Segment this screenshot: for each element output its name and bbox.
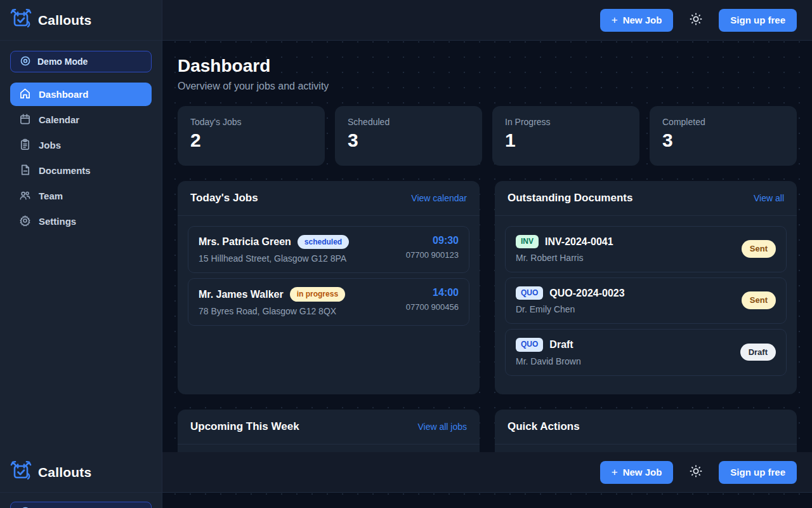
document-status-badge: Sent xyxy=(742,240,776,258)
clipboard-icon xyxy=(19,138,31,152)
outstanding-documents-card: Outstanding Documents View all INV INV-2… xyxy=(495,181,797,394)
view-calendar-link[interactable]: View calendar xyxy=(411,193,467,203)
sidebar-item-settings[interactable]: Settings xyxy=(10,210,152,233)
job-time: 14:00 xyxy=(406,287,459,298)
job-address: 78 Byres Road, Glasgow G12 8QX xyxy=(199,306,345,316)
job-status-badge: scheduled xyxy=(298,235,349,249)
sidebar-item-calendar[interactable]: Calendar xyxy=(10,108,152,131)
page-title: Dashboard xyxy=(178,56,797,76)
job-row[interactable]: Mrs. Patricia Green scheduled 15 Hillhea… xyxy=(188,226,469,273)
sidebar-item-team[interactable]: Team xyxy=(10,184,152,208)
quick-actions-title: Quick Actions xyxy=(508,420,580,433)
theme-toggle-button[interactable] xyxy=(687,10,705,30)
brand-logo-icon xyxy=(10,9,32,32)
eye-icon xyxy=(20,55,31,69)
header-actions: + New Job Sign up xyxy=(162,452,812,492)
document-client: Mr. David Brown xyxy=(516,356,581,366)
upcoming-week-card: Upcoming This Week View all jobs xyxy=(178,410,480,452)
stat-value: 1 xyxy=(505,130,627,151)
sidebar: Demo Mode Dashboard xyxy=(0,41,162,452)
stat-value: 3 xyxy=(348,130,469,151)
job-address: 15 Hillhead Street, Glasgow G12 8PA xyxy=(199,253,349,264)
secondary-main-background xyxy=(162,493,812,508)
stat-value: 2 xyxy=(190,130,312,151)
document-row[interactable]: QUO QUO-2024-0023 Dr. Emily Chen Sent xyxy=(505,277,787,324)
sidebar-item-dashboard[interactable]: Dashboard xyxy=(10,83,152,106)
stats-row: Today's Jobs 2 Scheduled 3 In Progress 1… xyxy=(178,106,797,166)
upcoming-title: Upcoming This Week xyxy=(190,420,299,433)
job-phone: 07700 900123 xyxy=(406,250,459,260)
signup-button[interactable]: Sign up free xyxy=(719,461,797,484)
calendar-icon xyxy=(19,113,31,127)
job-row[interactable]: Mr. James Walker in progress 78 Byres Ro… xyxy=(188,278,469,325)
sun-icon xyxy=(690,465,702,479)
job-status-badge: in progress xyxy=(290,287,345,301)
dashboard-cards-row: Today's Jobs View calendar Mrs. Patricia… xyxy=(178,181,797,394)
job-client-name: Mrs. Patricia Green xyxy=(199,236,291,248)
stat-card-scheduled: Scheduled 3 xyxy=(335,106,482,166)
document-ref: INV-2024-0041 xyxy=(545,236,613,248)
team-icon xyxy=(19,189,31,203)
document-status-badge: Draft xyxy=(740,344,776,361)
brand-logo-icon xyxy=(10,461,32,484)
eye-icon xyxy=(20,506,31,508)
brand-logo-area: Callouts xyxy=(0,0,162,40)
todays-jobs-card: Today's Jobs View calendar Mrs. Patricia… xyxy=(178,181,480,394)
document-row[interactable]: INV INV-2024-0041 Mr. Robert Harris Sent xyxy=(505,226,787,272)
quick-actions-card: Quick Actions xyxy=(495,410,797,452)
stat-card-completed: Completed 3 xyxy=(650,106,797,166)
sun-icon xyxy=(690,13,702,27)
stat-value: 3 xyxy=(662,130,784,151)
top-header: Callouts + New Job xyxy=(0,0,812,41)
main-content: Dashboard Overview of your jobs and acti… xyxy=(162,41,812,452)
new-job-button[interactable]: + New Job xyxy=(600,9,674,32)
job-time: 09:30 xyxy=(406,235,459,246)
sidebar-item-documents[interactable]: Documents xyxy=(10,159,152,182)
document-client: Mr. Robert Harris xyxy=(516,253,613,263)
document-ref: QUO-2024-0023 xyxy=(549,288,624,299)
plus-icon: + xyxy=(612,467,618,478)
brand-logo-area: Callouts xyxy=(0,452,162,492)
brand-name: Callouts xyxy=(38,465,91,480)
lower-cards-row: Upcoming This Week View all jobs Quick A… xyxy=(178,410,797,452)
home-icon xyxy=(19,88,31,102)
stat-card-todays-jobs: Today's Jobs 2 xyxy=(178,106,325,166)
brand-name: Callouts xyxy=(38,13,91,28)
document-type-badge: QUO xyxy=(516,338,543,351)
document-client: Dr. Emily Chen xyxy=(516,304,625,314)
sidebar-item-jobs[interactable]: Jobs xyxy=(10,133,152,157)
signup-button[interactable]: Sign up free xyxy=(719,9,797,32)
todays-jobs-title: Today's Jobs xyxy=(190,192,258,204)
view-all-jobs-link[interactable]: View all jobs xyxy=(417,422,467,432)
bottom-strip: Demo Mode xyxy=(0,493,812,508)
app-window: Callouts + New Job xyxy=(0,0,812,508)
documents-title: Outstanding Documents xyxy=(508,192,632,204)
view-all-documents-link[interactable]: View all xyxy=(754,193,784,203)
document-status-badge: Sent xyxy=(742,291,776,309)
document-row[interactable]: QUO Draft Mr. David Brown Draft xyxy=(505,329,787,375)
document-icon xyxy=(19,164,31,178)
document-ref: Draft xyxy=(549,339,573,351)
job-client-name: Mr. James Walker xyxy=(199,289,284,300)
page-subtitle: Overview of your jobs and activity xyxy=(178,81,797,92)
demo-mode-badge: Demo Mode xyxy=(10,51,152,72)
stat-card-in-progress: In Progress 1 xyxy=(492,106,639,166)
sidebar-nav: Dashboard Calendar xyxy=(10,83,152,233)
secondary-sidebar: Demo Mode xyxy=(0,493,162,508)
theme-toggle-button[interactable] xyxy=(687,462,705,482)
gear-icon xyxy=(19,215,31,229)
document-type-badge: INV xyxy=(516,235,539,248)
header-actions: + New Job Sign up xyxy=(162,0,812,40)
secondary-header: Callouts + New Job xyxy=(0,452,812,493)
demo-mode-badge: Demo Mode xyxy=(10,502,152,508)
plus-icon: + xyxy=(612,15,618,25)
new-job-button[interactable]: + New Job xyxy=(600,461,674,484)
document-type-badge: QUO xyxy=(516,286,543,300)
job-phone: 07700 900456 xyxy=(406,302,459,312)
